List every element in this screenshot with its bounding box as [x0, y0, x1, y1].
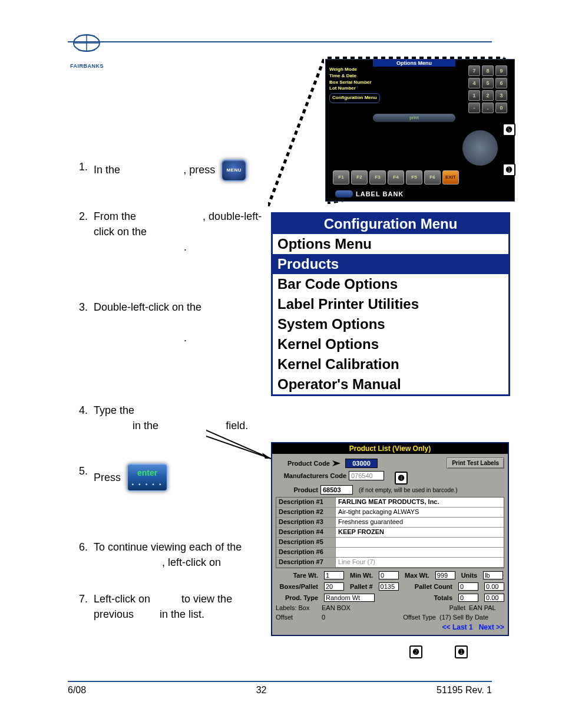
configuration-menu-item[interactable]: Kernel Options: [273, 334, 508, 354]
step-text: Left-click on: [94, 593, 153, 605]
step-text: Press: [94, 470, 121, 485]
menu-button[interactable]: MENU: [221, 159, 247, 182]
label-desc-7: Description #7: [276, 558, 336, 568]
totals-input[interactable]: 0: [458, 594, 478, 602]
step-number: 7.: [68, 591, 94, 622]
desc-4-value[interactable]: KEEP FROZEN: [336, 528, 504, 538]
step-number: 4.: [68, 403, 94, 433]
terminal-menu-item[interactable]: Time & Date: [329, 73, 380, 80]
configuration-menu-item[interactable]: Label Printer Utilities: [273, 294, 508, 314]
desc-1-value[interactable]: FARLING MEAT PRODUCTS, Inc.: [336, 498, 504, 508]
step-list: 1. In the weigh mode , press MENU 2. Fro…: [68, 159, 262, 625]
svg-marker-9: [332, 460, 340, 466]
labelsbox-input[interactable]: EAN BOX: [322, 604, 369, 611]
keypad-key[interactable]: 8: [482, 65, 494, 76]
keypad-key[interactable]: 6: [495, 78, 507, 88]
palletno-input[interactable]: 0135: [379, 582, 399, 591]
keypad-key[interactable]: 7: [468, 65, 480, 76]
totals-dec[interactable]: 0.00: [484, 594, 504, 602]
step-number: 6.: [68, 539, 94, 570]
print-bar[interactable]: print: [373, 114, 455, 122]
marker-1: ➊: [503, 163, 515, 176]
keypad-key[interactable]: 4: [468, 78, 480, 88]
offsettype-input[interactable]: (17) Sell By Date: [439, 614, 504, 621]
enter-button[interactable]: enter • • • • •: [127, 463, 168, 492]
palletcount-input[interactable]: 0: [458, 582, 478, 591]
manufacturers-code-input[interactable]: 076540: [349, 471, 384, 480]
desc-5-value[interactable]: [336, 538, 504, 548]
keypad-key[interactable]: 9: [495, 65, 507, 76]
terminal-menu-item[interactable]: Configuration Menu: [329, 93, 380, 103]
step-number: 5.: [68, 463, 94, 492]
configuration-menu-item-selected[interactable]: Products: [273, 254, 508, 274]
step-text: .: [184, 241, 187, 253]
fkey[interactable]: F2: [351, 170, 368, 185]
fkey[interactable]: F1: [333, 170, 349, 185]
label-product: Product: [276, 486, 318, 493]
label-offset: Offset: [276, 614, 318, 621]
label-labelsbox: Labels: Box: [276, 604, 318, 611]
label-desc-5: Description #5: [276, 538, 336, 548]
pallet-input[interactable]: EAN PAL: [469, 604, 504, 611]
step-text: Type the: [94, 404, 137, 416]
labelbank-brand: LABEL BANK: [335, 190, 404, 197]
page-footer: 6/08 32 51195 Rev. 1: [68, 681, 492, 696]
prodtype-input[interactable]: Random Wt: [324, 594, 375, 602]
fkey[interactable]: F6: [424, 170, 441, 185]
logo-text: FAIRBANKS: [68, 63, 106, 69]
offset-input[interactable]: 0: [322, 614, 325, 621]
configuration-menu-item[interactable]: Bar Code Options: [273, 274, 508, 294]
keypad-key[interactable]: 5: [482, 78, 494, 88]
desc-2-value[interactable]: Air-tight packaging ALWAYS: [336, 508, 504, 518]
description-grid: Description #1FARLING MEAT PRODUCTS, Inc…: [276, 497, 504, 568]
maxwt-input[interactable]: 999: [435, 571, 455, 579]
keypad-key[interactable]: 1: [468, 90, 480, 101]
pointer-arrow-icon: [332, 459, 343, 467]
product-code-input[interactable]: 03000: [345, 459, 378, 468]
keypad-key[interactable]: .: [482, 103, 494, 113]
terminal-menu-item[interactable]: Box Serial Number: [329, 80, 380, 86]
units-input[interactable]: lb: [483, 571, 503, 579]
keypad-key[interactable]: 0: [495, 103, 507, 113]
fkey[interactable]: F5: [406, 170, 422, 185]
configuration-menu-item[interactable]: Operator's Manual: [273, 374, 508, 394]
exit-button[interactable]: EXIT: [442, 170, 459, 185]
desc-3-value[interactable]: Freshness guaranteed: [336, 518, 504, 528]
configuration-menu-panel: Configuration Menu Options Menu Products…: [271, 212, 510, 396]
boxes-input[interactable]: 20: [324, 582, 344, 591]
label-minwt: Min Wt.: [350, 572, 373, 579]
terminal-menu-item[interactable]: Weigh Mode: [329, 67, 380, 73]
marker-5: ➎: [503, 123, 515, 136]
marker-row: ➋ ➊: [409, 645, 468, 658]
keypad-key[interactable]: 3: [495, 90, 507, 101]
step-text: in the: [133, 420, 161, 431]
tare-input[interactable]: 1: [324, 571, 344, 579]
configuration-menu-title: Configuration Menu: [273, 214, 508, 234]
configuration-menu-item[interactable]: Kernel Calibration: [273, 354, 508, 374]
product-input[interactable]: 68503: [320, 485, 353, 495]
step-text: field.: [226, 420, 248, 431]
next-link[interactable]: Next >>: [479, 623, 504, 631]
svg-line-1: [268, 59, 324, 206]
label-desc-2: Description #2: [276, 508, 336, 518]
dpad[interactable]: [462, 130, 498, 166]
desc-7-value[interactable]: Line Four (7): [336, 558, 504, 568]
step-number: 3.: [68, 299, 94, 345]
marker-4: ➍: [395, 472, 408, 485]
print-test-labels-button[interactable]: Print Test Labels: [447, 457, 504, 469]
fkey[interactable]: F4: [388, 170, 404, 185]
keypad-key[interactable]: -: [468, 103, 480, 113]
enter-button-label: enter: [128, 467, 167, 479]
palletcount-dec[interactable]: 0.00: [484, 582, 504, 591]
minwt-input[interactable]: 0: [379, 571, 399, 579]
last-link[interactable]: << Last 1: [442, 623, 473, 631]
label-tare: Tare Wt.: [276, 572, 318, 579]
configuration-menu-item[interactable]: System Options: [273, 314, 508, 334]
desc-6-value[interactable]: [336, 548, 504, 558]
label-desc-3: Description #3: [276, 518, 336, 528]
keypad-key[interactable]: 2: [482, 90, 494, 101]
enter-button-dots: • • • • •: [128, 481, 167, 489]
fkey[interactable]: F3: [369, 170, 386, 185]
label-prodtype: Prod. Type: [276, 594, 318, 601]
terminal-menu-item[interactable]: Lot Number: [329, 85, 380, 92]
